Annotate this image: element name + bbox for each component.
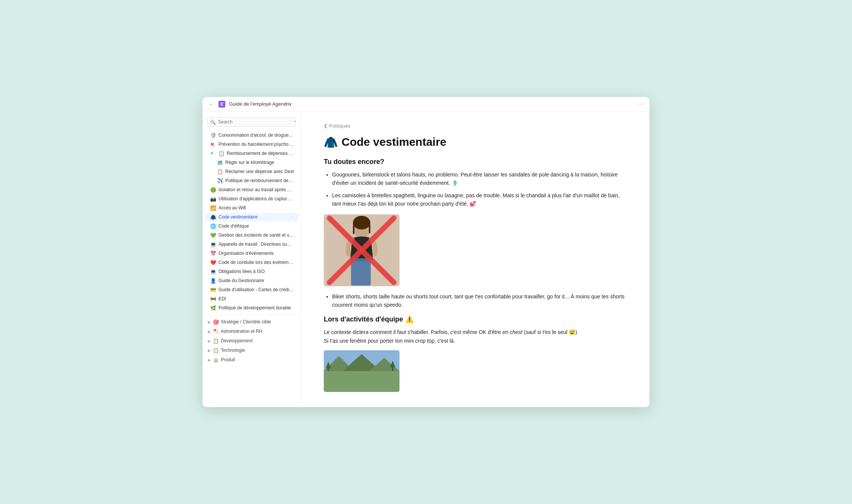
politique-dev-label: Politique de développement durable: [218, 305, 294, 311]
sidebar-item-remboursement[interactable]: ▼ 📋 Remboursement de dépenses et kilomèt…: [205, 149, 298, 158]
bullet-2: Les camisoles à bretelles spaghetti, lin…: [332, 191, 627, 208]
app-icon: [218, 101, 225, 108]
svg-rect-3: [220, 105, 223, 106]
sidebar-item-consommation[interactable]: 🛡️ Consommation d'alcool, de drogues, de…: [205, 131, 298, 140]
section1-bullets: Gougounes, birkenstock et talons hauts, …: [324, 170, 627, 208]
back-button[interactable]: ←: [209, 101, 215, 108]
svg-point-6: [353, 216, 370, 229]
prevention-icon: ✕: [210, 142, 216, 147]
reclamer-label: Réclamer une dépense avec Dext: [225, 169, 294, 174]
content-area: ❮ Politiques 🧥 Code vestimentaire Tu dou…: [301, 112, 649, 407]
code-ethique-icon: 🌐: [210, 223, 216, 229]
tech-label: Technologie: [221, 348, 245, 353]
sidebar-item-appareils[interactable]: 💻 Appareils de travail : Directives supp…: [205, 240, 298, 249]
sidebar-item-politique[interactable]: ✈️ Politique de remboursement de déplà..…: [205, 176, 298, 185]
consommation-label: Consommation d'alcool, de drogues, de ..…: [218, 133, 294, 138]
strategie-label: Stratégie / Clientèle cible: [221, 319, 271, 325]
guide-gest-icon: 👤: [210, 278, 216, 284]
sidebar-item-code-conduite[interactable]: ❤️ Code de conduite lors des événements …: [205, 258, 298, 267]
section-developpement[interactable]: ▶ 📋 Développement: [204, 336, 299, 345]
collapse-button[interactable]: «: [293, 119, 296, 124]
sidebar-item-edi[interactable]: 🚧 EDI: [205, 295, 298, 303]
produit-label: Produit: [221, 357, 235, 362]
admin-label: Administration et RH: [221, 329, 262, 334]
app-window: ← Guide de l'employé Agendrix ··· 🔍 « 🛡️…: [203, 97, 649, 407]
reclamer-icon: 📋: [217, 169, 223, 175]
sidebar-item-prevention[interactable]: ✕ Prévention du harcèlement psychologiqu…: [205, 140, 298, 149]
search-icon: 🔍: [210, 120, 216, 125]
sidebar-item-regle[interactable]: 🗺️ Règle sur le kilométrage: [205, 158, 298, 167]
sidebar-item-isolation[interactable]: 🟢 Isolation et retour au travail après a…: [205, 186, 298, 194]
prevention-label: Prévention du harcèlement psychologiqu..…: [218, 142, 294, 147]
gestion-icon: 💚: [210, 232, 216, 238]
breadcrumb-chevron: ❮: [324, 123, 328, 128]
sidebar-item-code-ethique[interactable]: 🌐 Code d'éthique: [205, 222, 298, 231]
breadcrumb: ❮ Politiques: [324, 123, 627, 129]
isolation-label: Isolation et retour au travail après avo…: [218, 187, 294, 192]
section-technologie[interactable]: ▶ 📋 Technologie: [204, 346, 299, 354]
gestion-label: Gestion des incidents de santé et sécuri…: [218, 232, 294, 238]
svg-rect-8: [369, 223, 370, 233]
sidebar-item-organisation[interactable]: 📅 Organisation d'événements: [205, 249, 298, 258]
dress-code-image: [324, 214, 399, 286]
section-admin[interactable]: ▶ 🪓 Administration et RH: [204, 327, 299, 335]
consommation-icon: 🛡️: [210, 133, 216, 138]
utilisation-label: Utilisation d'applications de capture d'…: [218, 196, 294, 201]
sidebar-item-reclamer[interactable]: 📋 Réclamer une dépense avec Dext: [205, 167, 298, 176]
sidebar-item-obligations[interactable]: 💻 Obligations liées à ISO: [205, 267, 298, 276]
breadcrumb-text: Politiques: [329, 123, 350, 129]
wifi-icon: 📶: [210, 205, 216, 211]
utilisation-icon: 📷: [210, 196, 216, 202]
svg-rect-7: [353, 223, 354, 234]
guide-util-label: Guide d'utilisation - Cartes de crédit c…: [218, 287, 294, 292]
regle-icon: 🗺️: [217, 160, 223, 165]
sidebar-item-code-vestimentaire[interactable]: 🧥 Code vestimentaire ···: [205, 213, 298, 222]
sidebar: 🔍 « 🛡️ Consommation d'alcool, de drogues…: [203, 112, 301, 407]
guide-gest-label: Guide du Gestionnaire: [218, 278, 294, 283]
sidebar-item-politique-dev[interactable]: 🌿 Politique de développement durable: [205, 304, 298, 312]
app-title: Guide de l'employé Agendrix: [229, 101, 635, 107]
organisation-label: Organisation d'événements: [218, 251, 294, 256]
bullet-3: Biker shorts, shorts taille haute ou sho…: [332, 292, 627, 309]
dev-chevron: ▶: [208, 339, 211, 343]
regle-label: Règle sur le kilométrage: [225, 160, 294, 165]
obligations-label: Obligations liées à ISO: [218, 269, 294, 274]
section-tu-doutes: Tu doutes encore? Gougounes, birkenstock…: [324, 158, 627, 286]
svg-rect-22: [324, 371, 399, 392]
edi-icon: 🚧: [210, 296, 216, 302]
section-activites: Lors d'activités d'équipe ⚠️ Le contexte…: [324, 315, 627, 392]
strategie-chevron: ▶: [208, 320, 211, 324]
sidebar-item-gestion[interactable]: 💚 Gestion des incidents de santé et sécu…: [205, 231, 298, 240]
code-vest-menu[interactable]: ···: [290, 214, 294, 220]
remboursement-icon: 📋: [218, 151, 225, 156]
guide-util-icon: 💳: [210, 287, 216, 293]
bullet-1: Gougounes, birkenstock et talons hauts, …: [332, 170, 627, 187]
title-bar: ← Guide de l'employé Agendrix ···: [203, 97, 649, 112]
section-produit[interactable]: ▶ 🧁 Produit: [204, 355, 299, 364]
produit-chevron: ▶: [208, 358, 211, 362]
isolation-icon: 🟢: [210, 187, 216, 193]
code-vest-icon: 🧥: [210, 214, 216, 220]
section-strategie[interactable]: ▶ 🎯 Stratégie / Clientèle cible: [204, 317, 299, 326]
title-text: Code vestimentaire: [342, 136, 446, 148]
code-vest-label: Code vestimentaire: [218, 214, 288, 220]
dev-label: Développement: [221, 338, 253, 343]
sidebar-item-guide-gestionnaire[interactable]: 👤 Guide du Gestionnaire: [205, 276, 298, 285]
appareils-label: Appareils de travail : Directives supplè…: [218, 242, 294, 247]
politique-icon: ✈️: [217, 178, 223, 184]
sidebar-item-wifi[interactable]: 📶 Accès au Wifi: [205, 204, 298, 212]
obligations-icon: 💻: [210, 269, 216, 275]
code-conduite-icon: ❤️: [210, 260, 216, 265]
strategie-icon: 🎯: [213, 319, 219, 325]
section1-heading: Tu doutes encore?: [324, 158, 627, 166]
remboursement-chevron: ▼: [210, 151, 216, 155]
sidebar-item-guide-utilisation[interactable]: 💳 Guide d'utilisation - Cartes de crédit…: [205, 286, 298, 294]
search-input[interactable]: [207, 117, 296, 127]
produit-icon: 🧁: [213, 357, 219, 363]
search-container: 🔍 «: [203, 115, 301, 131]
sidebar-item-utilisation[interactable]: 📷 Utilisation d'applications de capture …: [205, 195, 298, 203]
title-menu-button[interactable]: ···: [638, 101, 643, 108]
politique-label: Politique de remboursement de déplà...: [225, 178, 294, 183]
title-emoji: 🧥: [324, 136, 338, 149]
section2-body: Le contexte dictera comment il faut s'ha…: [324, 328, 627, 345]
